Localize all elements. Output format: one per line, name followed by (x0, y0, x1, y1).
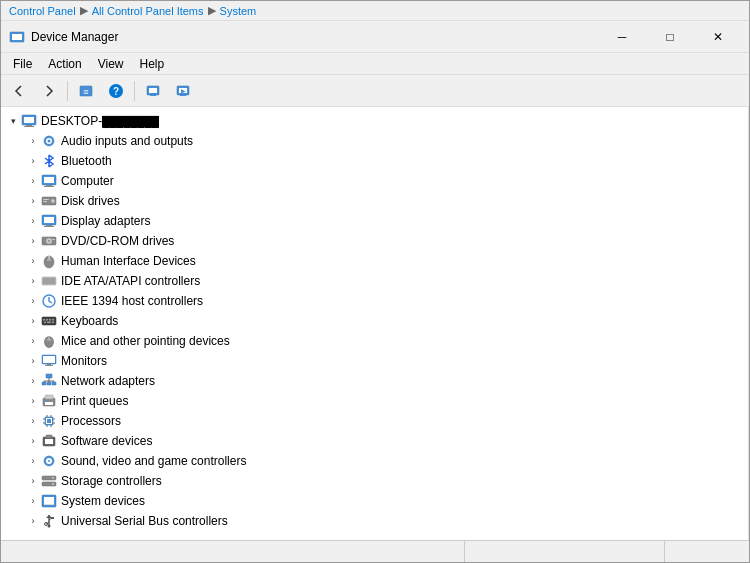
svg-rect-23 (46, 185, 52, 186)
address-part-2[interactable]: All Control Panel Items (92, 5, 204, 17)
svg-rect-57 (43, 356, 55, 363)
tree-item-hid[interactable]: › Human Interface Devices (1, 251, 748, 271)
tree-item-system[interactable]: › System devices (1, 491, 748, 511)
sound-expand[interactable]: › (25, 453, 41, 469)
svg-rect-59 (45, 365, 53, 366)
tree-item-disk[interactable]: › Disk drives (1, 191, 748, 211)
root-label: DESKTOP-████████ (41, 114, 159, 128)
tree-item-keyboard[interactable]: › Keyboards (1, 311, 748, 331)
display-expand[interactable]: › (25, 213, 41, 229)
monitor-expand[interactable]: › (25, 353, 41, 369)
ide-expand[interactable]: › (25, 273, 41, 289)
sound-label: Sound, video and game controllers (61, 454, 246, 468)
svg-point-92 (52, 477, 54, 479)
bluetooth-expand[interactable]: › (25, 153, 41, 169)
tree-item-usb[interactable]: › Universal Serial Bus controllers (1, 511, 748, 531)
svg-rect-96 (44, 504, 54, 505)
scan-changes-button[interactable]: ▶ (169, 78, 197, 104)
svg-rect-71 (45, 402, 53, 405)
svg-rect-28 (43, 201, 47, 202)
print-label: Print queues (61, 394, 128, 408)
ieee-icon (41, 293, 57, 309)
close-button[interactable]: ✕ (695, 21, 741, 53)
tree-root[interactable]: ▾ DESKTOP-████████ (1, 111, 748, 131)
storage-expand[interactable]: › (25, 473, 41, 489)
svg-rect-58 (47, 364, 51, 365)
monitor-label: Monitors (61, 354, 107, 368)
tree-item-sound[interactable]: › Sound, video and game controllers (1, 451, 748, 471)
device-tree[interactable]: ▾ DESKTOP-████████ › (1, 107, 749, 540)
tree-item-audio[interactable]: › Audio inputs and outputs (1, 131, 748, 151)
processor-expand[interactable]: › (25, 413, 41, 429)
tree-item-network[interactable]: › Network adapters (1, 371, 748, 391)
svg-rect-95 (44, 497, 54, 504)
tree-item-dvd[interactable]: › DVD/CD-ROM drives (1, 231, 748, 251)
mouse-icon (41, 333, 57, 349)
menu-file[interactable]: File (5, 55, 40, 73)
system-expand[interactable]: › (25, 493, 41, 509)
svg-point-93 (52, 483, 54, 485)
help-button[interactable]: ? (102, 78, 130, 104)
software-expand[interactable]: › (25, 433, 41, 449)
svg-rect-50 (44, 322, 46, 324)
ide-label: IDE ATA/ATAPI controllers (61, 274, 200, 288)
tree-item-display[interactable]: › Display adapters (1, 211, 748, 231)
svg-rect-61 (42, 382, 46, 385)
svg-point-26 (51, 199, 55, 203)
address-part-3[interactable]: System (220, 5, 257, 17)
print-icon (41, 393, 57, 409)
forward-button[interactable] (35, 78, 63, 104)
dvd-label: DVD/CD-ROM drives (61, 234, 174, 248)
tree-item-processor[interactable]: › Process (1, 411, 748, 431)
bluetooth-icon (41, 153, 57, 169)
mouse-expand[interactable]: › (25, 333, 41, 349)
ieee-expand[interactable]: › (25, 293, 41, 309)
address-sep-1: ▶ (80, 4, 88, 17)
menu-action[interactable]: Action (40, 55, 89, 73)
tree-item-computer[interactable]: › Computer (1, 171, 748, 191)
tree-item-bluetooth[interactable]: › Bluetooth (1, 151, 748, 171)
root-expand[interactable]: ▾ (5, 113, 21, 129)
tree-item-ide[interactable]: › IDE ATA/ATAPI controllers (1, 271, 748, 291)
show-props-button[interactable]: ≡ (72, 78, 100, 104)
dvd-expand[interactable]: › (25, 233, 41, 249)
keyboard-expand[interactable]: › (25, 313, 41, 329)
svg-point-35 (48, 240, 50, 242)
menu-view[interactable]: View (90, 55, 132, 73)
computer-label: Computer (61, 174, 114, 188)
audio-expand[interactable]: › (25, 133, 41, 149)
print-expand[interactable]: › (25, 393, 41, 409)
svg-rect-62 (47, 382, 51, 385)
svg-rect-16 (26, 125, 32, 126)
hid-icon (41, 253, 57, 269)
minimize-button[interactable]: ─ (599, 21, 645, 53)
computer-expand[interactable]: › (25, 173, 41, 189)
maximize-button[interactable]: □ (647, 21, 693, 53)
display-label: Display adapters (61, 214, 150, 228)
tree-item-print[interactable]: › Print queues (1, 391, 748, 411)
tree-item-ieee[interactable]: › IEEE 1394 host controllers (1, 291, 748, 311)
update-driver-button[interactable] (139, 78, 167, 104)
tree-item-software[interactable]: › Software devices (1, 431, 748, 451)
svg-rect-48 (49, 319, 51, 321)
menu-help[interactable]: Help (132, 55, 173, 73)
network-expand[interactable]: › (25, 373, 41, 389)
usb-expand[interactable]: › (25, 513, 41, 529)
address-part-1[interactable]: Control Panel (9, 5, 76, 17)
svg-rect-85 (45, 439, 53, 444)
svg-text:≡: ≡ (83, 87, 88, 97)
keyboard-icon (41, 313, 57, 329)
address-sep-2: ▶ (208, 4, 216, 17)
keyboard-label: Keyboards (61, 314, 118, 328)
usb-label: Universal Serial Bus controllers (61, 514, 228, 528)
tree-item-monitor[interactable]: › Monitors (1, 351, 748, 371)
root-computer-icon (21, 113, 37, 129)
tree-item-storage[interactable]: › Storage controllers (1, 471, 748, 491)
svg-rect-51 (47, 322, 51, 324)
svg-rect-52 (52, 322, 54, 324)
hid-expand[interactable]: › (25, 253, 41, 269)
tree-item-mouse[interactable]: › Mice and other pointing devices (1, 331, 748, 351)
disk-expand[interactable]: › (25, 193, 41, 209)
computer-icon (41, 173, 57, 189)
back-button[interactable] (5, 78, 33, 104)
